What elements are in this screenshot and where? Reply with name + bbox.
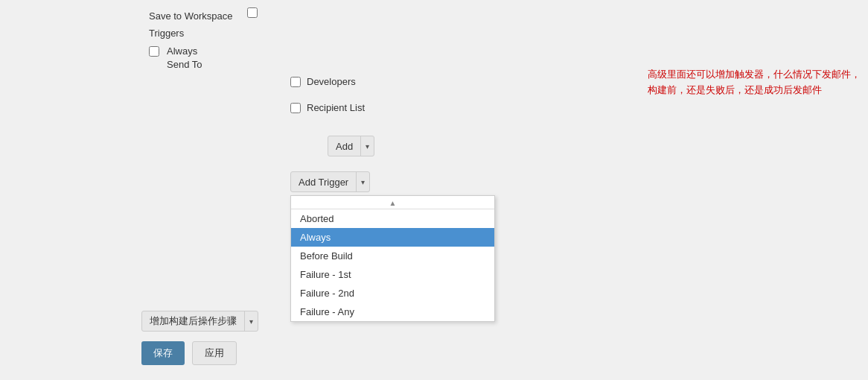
save-workspace-label: Save to Workspace bbox=[149, 7, 232, 22]
comment-line1: 高级里面还可以增加触发器，什么情况下发邮件， bbox=[648, 69, 861, 80]
comment-text: 高级里面还可以增加触发器，什么情况下发邮件， 构建前，还是失败后，还是成功后发邮… bbox=[648, 67, 861, 98]
post-build-section: 增加构建后操作步骤 ▾ bbox=[141, 311, 258, 332]
recipient-checkbox[interactable] bbox=[290, 103, 301, 113]
trigger-section: Add Trigger ▾ bbox=[0, 156, 868, 192]
save-workspace-section: Save to Workspace bbox=[0, 0, 868, 22]
add-button-arrow-icon: ▾ bbox=[361, 136, 374, 156]
always-send-checkbox[interactable] bbox=[149, 46, 159, 57]
main-container: Save to Workspace Triggers AlwaysSend To… bbox=[0, 0, 868, 380]
add-button-section: Add ▾ bbox=[0, 113, 868, 156]
save-button[interactable]: 保存 bbox=[141, 341, 185, 365]
post-build-button[interactable]: 增加构建后操作步骤 ▾ bbox=[141, 311, 258, 332]
developers-label: Developers bbox=[307, 76, 356, 87]
bottom-buttons: 保存 应用 bbox=[141, 341, 237, 365]
post-build-label: 增加构建后操作步骤 bbox=[142, 311, 245, 331]
developers-checkbox[interactable] bbox=[290, 77, 301, 87]
recipient-label: Recipient List bbox=[307, 102, 365, 113]
trigger-area: Add Trigger ▾ ▲ Aborted Always Before Bu… bbox=[0, 156, 868, 192]
dropdown-scroll-up[interactable]: ▲ bbox=[291, 196, 494, 209]
dropdown-item-always[interactable]: Always bbox=[291, 228, 494, 247]
scroll-up-icon: ▲ bbox=[389, 199, 397, 207]
add-trigger-arrow-icon: ▾ bbox=[357, 172, 369, 191]
triggers-label: Triggers bbox=[0, 22, 868, 39]
dropdown-item-failure-2nd[interactable]: Failure - 2nd bbox=[291, 284, 494, 303]
comment-line2: 构建前，还是失败后，还是成功后发邮件 bbox=[648, 84, 822, 95]
apply-button[interactable]: 应用 bbox=[192, 341, 237, 365]
add-trigger-label: Add Trigger bbox=[291, 172, 357, 191]
trigger-dropdown: ▲ Aborted Always Before Build Failure - … bbox=[290, 195, 495, 322]
dropdown-item-aborted[interactable]: Aborted bbox=[291, 209, 494, 228]
dropdown-item-failure-1st[interactable]: Failure - 1st bbox=[291, 265, 494, 284]
add-button[interactable]: Add ▾ bbox=[328, 136, 374, 156]
dropdown-item-before-build[interactable]: Before Build bbox=[291, 247, 494, 265]
dropdown-item-failure-any[interactable]: Failure - Any bbox=[291, 303, 494, 321]
post-build-arrow-icon: ▾ bbox=[245, 311, 258, 331]
add-button-label: Add bbox=[328, 136, 361, 156]
always-send-label: AlwaysSend To bbox=[167, 45, 202, 72]
add-trigger-button[interactable]: Add Trigger ▾ bbox=[290, 171, 370, 192]
save-workspace-checkbox[interactable] bbox=[247, 7, 258, 18]
